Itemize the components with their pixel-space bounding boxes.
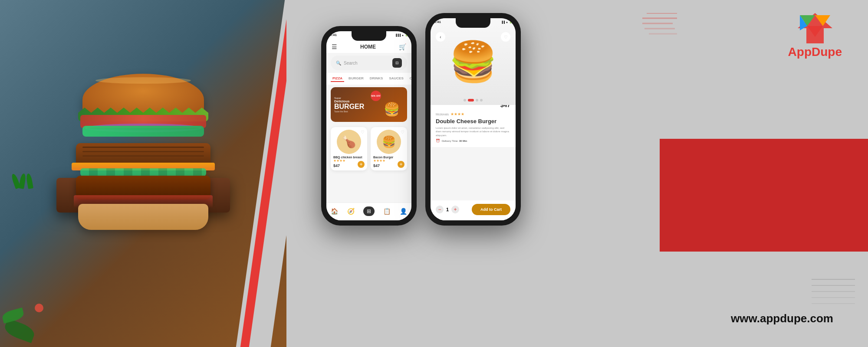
quantity-controls: − 1 + (436, 206, 459, 213)
decoration-lines-top (642, 13, 677, 49)
phones-container: 9:41 ▐▐▐ ▲ 🔋 ☰ HOME 🛒 (321, 9, 521, 226)
banner-food-image: 🍔 (378, 96, 404, 122)
nav-profile[interactable]: 👤 (400, 206, 407, 216)
filter-icon: ⊟ (395, 61, 399, 65)
promo-banner: Super Delicious BURGER Taste the Best 50… (331, 87, 407, 122)
tab-sauces[interactable]: SAUCES (387, 75, 405, 82)
logo-icon (798, 13, 832, 43)
food-photo-panel (0, 0, 286, 347)
right-background: AppDupe 9:41 ▐▐▐ ▲ 🔋 (286, 0, 868, 347)
tab-burger[interactable]: BURGER (347, 75, 365, 82)
dot-1[interactable] (464, 99, 466, 101)
dot-3[interactable] (476, 99, 478, 101)
appdupe-logo: AppDupe (788, 13, 842, 59)
hamburger-menu-icon[interactable]: ☰ (332, 43, 337, 50)
food-card-2: ♡ 🍔 Bacon Burger ★★★★ $47 + (371, 127, 407, 170)
banner-text: Super Delicious BURGER Taste the Best (334, 97, 364, 113)
phone-1-notch (352, 31, 386, 41)
food-image-2: 🍔 (377, 130, 401, 154)
nav-orders[interactable]: 📋 (383, 206, 391, 216)
burger-illustration (52, 48, 234, 299)
nav-scan[interactable]: ⊞ (363, 206, 375, 216)
search-bar[interactable]: 🔍 Search ⊟ (331, 56, 407, 70)
dot-2[interactable] (468, 99, 474, 101)
search-icon: 🔍 (336, 61, 341, 65)
delivery-info: ⏰ Delivery Time: 30 Min (436, 139, 510, 143)
heart-icon-1[interactable]: ♡ (361, 130, 365, 134)
pickle-layer (80, 168, 206, 176)
red-accent-block (660, 139, 868, 252)
add-to-cart-bar: − 1 + Add to Cart (431, 200, 516, 220)
back-button[interactable]: ‹ (436, 32, 445, 42)
food-image-1: 🍗 (337, 130, 361, 154)
add-button-2[interactable]: + (398, 161, 404, 168)
food-card-1: ♡ 🍗 BBQ chicken breast ★★★★ $47 + (331, 127, 367, 170)
add-to-cart-button[interactable]: Add to Cart (472, 204, 510, 215)
phone-1-home: 9:41 ▐▐▐ ▲ 🔋 ☰ HOME 🛒 (321, 26, 417, 226)
website-url: www.appdupe.com (731, 312, 833, 325)
qty-minus-button[interactable]: − (436, 206, 444, 213)
flower-decoration (35, 304, 43, 312)
favorite-button[interactable]: ♡ (501, 32, 510, 42)
bottom-navigation: 🏠 🧭 ⊞ 📋 👤 (326, 203, 411, 220)
nav-explore[interactable]: 🧭 (347, 206, 355, 216)
tab-combo[interactable]: COMBO (408, 75, 411, 82)
heart-icon-2[interactable]: ♡ (401, 130, 404, 134)
nav-home[interactable]: 🏠 (331, 206, 338, 216)
category-tabs: PIZZA BURGER DRINKS SAUCES COMBO (326, 73, 411, 85)
detail-content: Mcdonals ★★★★ $47 Double Cheese Burger L… (431, 105, 516, 147)
phone-1-screen: 9:41 ▐▐▐ ▲ 🔋 ☰ HOME 🛒 (326, 31, 411, 220)
cart-icon[interactable]: 🛒 (399, 43, 406, 50)
clock-icon: ⏰ (436, 139, 440, 143)
status-icons: ▐▐▐ ▲ 🔋 (395, 33, 408, 36)
food-detail-image: 🍔 ‹ ♡ (431, 18, 516, 105)
phone-2-screen: 8:41 ▐▐ ▲ 🔋 🍔 ‹ ♡ (431, 18, 516, 220)
carousel-dots (464, 99, 483, 101)
phone-2-detail: 8:41 ▐▐ ▲ 🔋 🍔 ‹ ♡ (425, 13, 521, 226)
tab-pizza[interactable]: PIZZA (331, 75, 344, 82)
logo-text: AppDupe (788, 45, 842, 59)
status-icons-2: ▐▐ ▲ 🔋 (501, 20, 512, 23)
decoration-lines-bottom (812, 276, 855, 312)
filter-button[interactable]: ⊟ (392, 58, 402, 68)
phone-2-notch (456, 18, 490, 28)
qty-plus-button[interactable]: + (451, 206, 459, 213)
right-panel: AppDupe 9:41 ▐▐▐ ▲ 🔋 (286, 0, 868, 347)
scan-icon: ⊞ (367, 208, 371, 214)
add-button-1[interactable]: + (358, 161, 365, 168)
herbs-decoration (13, 174, 39, 191)
tab-drinks[interactable]: DRINKS (368, 75, 385, 82)
dot-4[interactable] (480, 99, 483, 101)
food-grid: ♡ 🍗 BBQ chicken breast ★★★★ $47 + ♡ (326, 124, 411, 173)
avocado-layer (82, 126, 204, 137)
bun-bottom (78, 204, 208, 230)
